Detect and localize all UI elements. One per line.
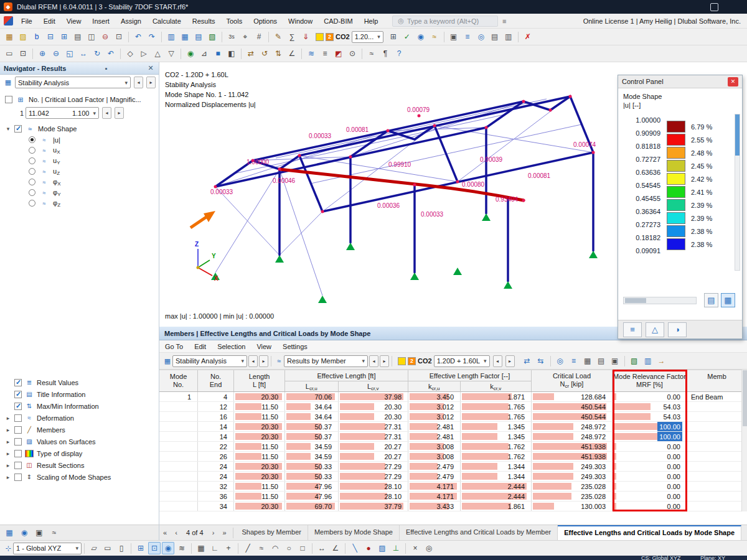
shadow-icon[interactable]: ◧ [225,47,238,60]
select-mode-icon[interactable]: ▦ [195,542,207,554]
circle-tool-icon[interactable]: ○ [283,542,295,554]
calculate-all-icon[interactable]: ∑ [286,30,298,43]
object-snap-icon[interactable]: ⌖ [239,30,251,43]
mode-shape-option[interactable]: ≈uZ [0,166,159,177]
plane-yz-icon[interactable]: ▯ [115,542,128,554]
col-header-member[interactable]: Memb [687,370,747,391]
option-checkbox[interactable] [14,438,22,446]
display-option-type-of-display[interactable]: ▸Type of display [0,447,159,459]
delete-results-icon[interactable]: ⊖ [99,30,111,43]
color-swatch[interactable] [667,173,685,185]
snap-toggle-icon[interactable]: ⊡ [148,542,161,554]
display-option-values-on-surfaces[interactable]: ▸▨Values on Surfaces [0,436,159,447]
mode-shape-option[interactable]: ≈|u| [0,134,159,145]
radio-button[interactable] [29,157,35,164]
cp-slider[interactable] [623,297,697,304]
zoom-window-icon[interactable]: ◱ [63,47,76,60]
table-menu-view[interactable]: View [251,340,277,353]
section-icon[interactable]: ≈ [365,47,378,60]
prev-table-button[interactable]: ‹ [171,527,182,539]
table-row[interactable]: 1420.3050.3727.312.4811.345248.972100.00 [159,422,747,432]
line-tool-icon[interactable]: ╱ [242,542,254,554]
table-menu-go-to[interactable]: Go To [159,340,189,353]
col-header-mrf[interactable]: Mode Relevance FactorMRF [%] [613,370,687,391]
table-row[interactable]: 2611.5034.5920.273.0081.762451.9380.00 [159,452,747,462]
mode-checkbox[interactable] [5,96,12,103]
table-row[interactable]: 3611.5047.9628.104.1712.444235.0280.00 [159,492,747,502]
reports-icon[interactable]: ▥ [502,30,515,43]
notes-icon[interactable]: ¶ [379,47,392,60]
visibility-eye-icon[interactable]: ◉ [18,526,31,539]
expander-icon[interactable]: ▸ [5,450,11,457]
work-plane-icon[interactable]: ▱ [88,542,100,554]
camera-icon[interactable]: ▣ [33,526,45,539]
table-view-2-icon[interactable]: ▦ [179,30,191,43]
mode-shape-option[interactable]: ≈φY [0,187,159,198]
display-option-title-information[interactable]: ▤Title Information [0,388,159,400]
last-table-button[interactable]: » [219,527,230,539]
radio-button[interactable] [29,168,35,175]
zoom-values-icon[interactable]: ◎ [475,30,487,43]
cp-layout-button[interactable]: ▦ [721,293,735,307]
menu-item-cad-bim[interactable]: CAD-BIM [318,14,358,29]
help-icon[interactable]: ? [393,47,405,60]
menu-item-results[interactable]: Results [187,14,221,29]
restore-window-button[interactable] [710,3,718,11]
table-row[interactable]: 1211.5034.6420.303.0121.765450.54454.03 [159,402,747,412]
results-by-next[interactable]: ▸ [380,355,389,367]
table-load-combo-selector[interactable]: 2 CO2 1.20D + 1.60L▾ ◂ ▸ [398,355,515,367]
first-table-button[interactable]: « [159,527,171,539]
grid-toggle-icon[interactable]: ⊞ [134,542,147,554]
object-snap-toggle-icon[interactable]: ◉ [162,542,174,554]
snap-3sc-icon[interactable]: 3s [225,30,238,43]
show-results-icon[interactable]: ◉ [415,30,427,43]
coord-system-dropdown[interactable]: 1 - Global XYZ▾ [13,543,82,554]
view-in-y-icon[interactable]: △ [151,47,164,60]
display-option-result-sections[interactable]: ▸◫Result Sections [0,459,159,471]
next-table-button[interactable]: › [208,527,219,539]
print-table-icon[interactable]: ▣ [609,355,621,367]
display-option-scaling-of-mode-shapes[interactable]: ▸⇕Scaling of Mode Shapes [0,471,159,483]
table-lc-number-badge[interactable]: 2 [408,357,416,365]
table-row[interactable]: 3211.5047.9628.104.1712.444235.0280.00 [159,482,747,492]
previous-view-icon[interactable]: ↶ [105,47,117,60]
values-xyz-icon[interactable]: ≡ [568,355,580,367]
polyline-tool-icon[interactable]: ≈ [255,542,268,554]
rotate-view-icon[interactable]: ↻ [91,47,103,60]
new-model-icon[interactable]: ▦ [3,30,16,43]
display-option-result-values[interactable]: ≣Result Values [0,376,159,388]
undo-icon[interactable]: ↶ [132,30,144,43]
radio-button[interactable] [29,136,35,143]
results-by-dropdown[interactable]: Results by Member▾ [284,355,368,367]
load-case-number-badge[interactable]: 2 [326,33,334,41]
table-row[interactable]: 1611.5034.6420.303.0121.765450.54454.03 [159,412,747,422]
dimension-tool-icon[interactable]: ↔ [316,542,328,554]
col-header-effective-length[interactable]: Effective Length [ft] Lcr,uLcr,v [285,370,408,391]
radio-button[interactable] [29,200,35,207]
expander-icon[interactable]: ▸ [5,427,11,433]
expander-icon[interactable]: ▸ [5,415,11,421]
menu-item-assign[interactable]: Assign [115,14,147,29]
mode-shape-option[interactable]: ≈φZ [0,198,159,208]
pin-icon[interactable]: ▪ [102,65,111,72]
cp-dock-button[interactable]: ▤ [704,293,718,307]
diagram-icon[interactable]: ≈ [48,526,60,539]
expander-icon[interactable]: ▸ [5,462,11,469]
view-in-z-icon[interactable]: ▽ [165,47,177,60]
cartesian-icon[interactable]: + [222,542,235,554]
option-checkbox[interactable] [14,474,22,481]
sync-views-icon[interactable]: ⇄ [521,355,533,367]
calendar-icon[interactable]: ▤ [595,355,608,367]
table-row[interactable]: 1420.3070.0637.983.4501.871128.6840.00En… [159,392,747,402]
surface-tool-icon[interactable]: ▨ [376,542,388,554]
menu-item-edit[interactable]: Edit [38,14,61,29]
table-view-3-icon[interactable]: ▤ [192,30,205,43]
cp-scrollbar[interactable] [735,114,740,271]
dlubal-b-icon[interactable]: b [31,30,43,43]
menu-item-tools[interactable]: Tools [220,14,248,29]
guide-lines-icon[interactable]: ≋ [305,47,317,60]
calculator-icon[interactable]: ⊞ [387,30,400,43]
table-row[interactable]: 2420.3050.3327.292.4791.344249.3030.00 [159,462,747,472]
copy-icon[interactable]: ⊡ [113,30,125,43]
rendering-icon[interactable]: ■ [212,47,224,60]
